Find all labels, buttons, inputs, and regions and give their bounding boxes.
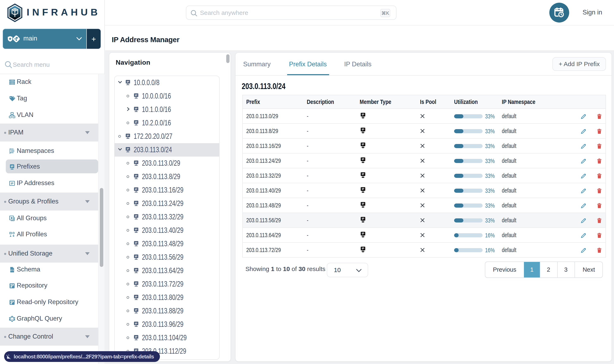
svg-text:IP: IP [135, 161, 137, 164]
svg-text:IP: IP [135, 228, 137, 231]
svg-text:IP: IP [135, 295, 137, 298]
svg-text:IP: IP [135, 309, 137, 311]
svg-text:IP: IP [135, 336, 137, 338]
svg-text:IP: IP [135, 188, 137, 191]
svg-text:IP: IP [362, 128, 364, 131]
svg-text:IP: IP [127, 80, 129, 83]
svg-text:IP: IP [362, 158, 364, 161]
svg-text:IP: IP [135, 107, 137, 110]
svg-text:IP: IP [362, 247, 364, 250]
svg-text:IP: IP [135, 268, 137, 271]
svg-text:IP: IP [362, 173, 364, 176]
svg-text:IP: IP [135, 215, 137, 217]
svg-text:IP: IP [135, 121, 137, 123]
svg-text:IP: IP [135, 322, 137, 325]
svg-text:IP: IP [11, 165, 13, 168]
svg-text:IP: IP [362, 202, 364, 205]
svg-text:IP: IP [362, 113, 364, 116]
svg-text:IP: IP [362, 232, 364, 235]
svg-text:IP: IP [135, 282, 137, 285]
svg-text:IP: IP [362, 143, 364, 146]
svg-text:IP: IP [127, 147, 129, 150]
svg-text:IP: IP [135, 242, 137, 244]
svg-text:IP: IP [11, 182, 13, 185]
svg-text:IP: IP [362, 188, 364, 191]
svg-text:IP: IP [135, 174, 137, 177]
svg-text:IP: IP [362, 217, 364, 220]
svg-text:IP: IP [135, 201, 137, 204]
svg-text:IP: IP [127, 134, 129, 137]
svg-text:IP: IP [135, 255, 137, 258]
svg-text:IP: IP [135, 94, 137, 96]
